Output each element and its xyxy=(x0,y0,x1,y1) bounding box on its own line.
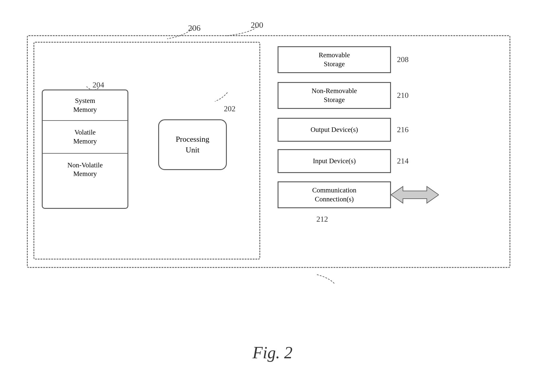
label-206: 206 xyxy=(188,23,201,33)
output-devices-box: Output Device(s) xyxy=(278,118,391,142)
input-devices-box: Input Device(s) xyxy=(278,149,391,173)
removable-storage-box: RemovableStorage xyxy=(278,46,391,73)
label-200: 200 xyxy=(251,20,263,30)
figure-label: Fig. 2 xyxy=(253,343,292,362)
label-208: 208 xyxy=(397,55,409,64)
label-214: 214 xyxy=(397,157,409,166)
label-202: 202 xyxy=(224,104,235,113)
svg-marker-0 xyxy=(391,186,439,203)
processing-unit-box: ProcessingUnit xyxy=(158,119,227,170)
volatile-memory-label: VolatileMemory xyxy=(43,121,127,154)
non-removable-storage-box: Non-RemovableStorage xyxy=(278,82,391,109)
non-volatile-memory-label: Non-VolatileMemory xyxy=(43,154,127,186)
communication-arrow xyxy=(391,180,439,209)
label-204: 204 xyxy=(93,81,104,89)
memory-box: SystemMemory VolatileMemory Non-Volatile… xyxy=(42,89,128,209)
label-212: 212 xyxy=(316,215,328,224)
system-memory-label: SystemMemory xyxy=(43,90,127,121)
label-210: 210 xyxy=(397,91,409,100)
label-216: 216 xyxy=(397,125,409,134)
communication-connections-box: CommunicationConnection(s) xyxy=(278,181,391,208)
